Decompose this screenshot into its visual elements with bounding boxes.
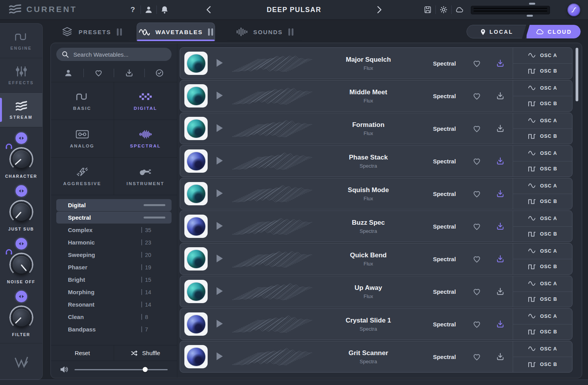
play-preview-button[interactable] <box>217 59 225 68</box>
favorite-button[interactable] <box>465 59 488 68</box>
left-right-arrows-button[interactable] <box>14 237 28 251</box>
macro-slider[interactable] <box>471 3 549 17</box>
cloud-sync-button[interactable] <box>452 0 467 19</box>
category-button-digital[interactable]: DIGITAL <box>114 82 177 120</box>
download-button[interactable] <box>488 352 513 361</box>
download-button[interactable] <box>488 320 513 328</box>
assign-osc-a-button[interactable]: OSC A <box>513 341 572 357</box>
tag-filter-spectral[interactable]: Spectral <box>56 212 172 224</box>
assign-osc-b-button[interactable]: OSC B <box>513 259 572 275</box>
next-preset-button[interactable] <box>373 3 386 16</box>
play-preview-button[interactable] <box>217 255 225 263</box>
sidebar-item-effects[interactable]: EFFECTS <box>0 58 42 93</box>
assign-osc-b-button[interactable]: OSC B <box>513 161 572 177</box>
favorite-button[interactable] <box>465 255 488 263</box>
pause-bars-icon[interactable] <box>117 28 122 36</box>
play-preview-button[interactable] <box>217 320 225 328</box>
download-button[interactable] <box>488 222 513 231</box>
assign-osc-b-button[interactable]: OSC B <box>513 63 572 79</box>
previous-preset-button[interactable] <box>202 3 215 16</box>
sidebar-item-stream[interactable]: STREAM <box>0 93 42 127</box>
pause-bars-icon[interactable] <box>288 28 293 36</box>
download-button[interactable] <box>488 255 513 263</box>
save-button[interactable] <box>420 0 435 19</box>
assign-osc-a-button[interactable]: OSC A <box>513 146 572 161</box>
play-preview-button[interactable] <box>217 92 225 100</box>
left-right-arrows-button[interactable] <box>14 131 28 145</box>
tag-filter-phaser[interactable]: Phaser 19 <box>56 261 172 273</box>
category-button-analog[interactable]: ANALOG <box>51 120 114 158</box>
tag-filter-bright[interactable]: Bright 15 <box>56 274 172 286</box>
macro-slider-bottom-handle[interactable] <box>527 15 533 17</box>
favorite-button[interactable] <box>465 190 488 198</box>
assign-osc-b-button[interactable]: OSC B <box>513 96 572 112</box>
favorite-button[interactable] <box>465 157 488 165</box>
favorite-button[interactable] <box>465 222 488 231</box>
download-button[interactable] <box>488 92 513 100</box>
play-preview-button[interactable] <box>217 287 225 296</box>
wavetable-row[interactable]: Squish Mode Flux Spectral OSC A OSC B <box>180 178 572 210</box>
assign-osc-a-button[interactable]: OSC A <box>513 113 572 128</box>
wavetable-row[interactable]: Up Away Flux Spectral OSC A OSC B <box>180 276 572 307</box>
sidebar-item-engine[interactable]: ENGINE <box>0 24 42 58</box>
character-knob[interactable] <box>9 147 33 171</box>
just-sub-knob[interactable] <box>9 200 33 224</box>
tag-filter-digital[interactable]: Digital <box>56 199 172 211</box>
download-button[interactable] <box>488 287 513 296</box>
filter-installed-button[interactable] <box>145 64 175 82</box>
category-button-instrument[interactable]: INSTRUMENT <box>114 158 177 195</box>
noise-knob[interactable] <box>9 253 33 277</box>
filter-knob[interactable] <box>9 305 33 330</box>
reset-button[interactable]: Reset <box>51 345 114 361</box>
play-preview-button[interactable] <box>217 189 225 198</box>
favorite-button[interactable] <box>465 320 488 328</box>
tab-sounds[interactable]: SOUNDS <box>227 23 302 41</box>
assign-osc-b-button[interactable]: OSC B <box>513 194 572 210</box>
wavetable-row[interactable]: Middle Meet Flux Spectral OSC A OSC B <box>180 80 572 112</box>
tag-filter-complex[interactable]: Complex 35 <box>56 224 172 236</box>
download-button[interactable] <box>488 157 513 165</box>
scrollbar-thumb[interactable] <box>576 48 578 101</box>
lfo-curve-button[interactable] <box>567 3 580 16</box>
tab-presets[interactable]: PRESETS <box>54 23 129 41</box>
tag-filter-bandpass[interactable]: Bandpass 7 <box>56 323 172 335</box>
assign-osc-a-button[interactable]: OSC A <box>513 48 572 63</box>
volume-slider-handle[interactable] <box>143 367 148 372</box>
cloud-button[interactable]: CLOUD <box>527 25 581 38</box>
wavetable-row[interactable]: Crystal Slide 1 Spectra Spectral OSC A O… <box>180 308 572 340</box>
assign-osc-a-button[interactable]: OSC A <box>513 80 572 96</box>
macro-slider-top-handle[interactable] <box>529 3 535 5</box>
assign-osc-b-button[interactable]: OSC B <box>513 291 572 307</box>
play-preview-button[interactable] <box>217 124 225 133</box>
wavetable-row[interactable]: Grit Scanner Spectra Spectral OSC A OSC … <box>180 341 572 373</box>
play-preview-button[interactable] <box>217 222 225 231</box>
filter-my-items-button[interactable] <box>53 64 83 82</box>
category-button-aggressive[interactable]: AGGRESSIVE <box>51 158 114 195</box>
search-input[interactable] <box>73 51 166 58</box>
tag-filter-sweeping[interactable]: Sweeping 20 <box>56 249 172 261</box>
pause-bars-icon[interactable] <box>208 28 213 36</box>
volume-slider[interactable] <box>75 369 168 370</box>
assign-osc-a-button[interactable]: OSC A <box>513 243 572 259</box>
account-button[interactable] <box>141 0 156 19</box>
shuffle-button[interactable]: Shuffle <box>114 345 177 361</box>
play-preview-button[interactable] <box>217 352 225 361</box>
favorite-button[interactable] <box>465 353 488 361</box>
wavetable-row[interactable]: Quick Bend Flux Spectral OSC A OSC B <box>180 243 572 275</box>
download-button[interactable] <box>488 59 513 68</box>
settings-button[interactable] <box>436 0 451 19</box>
tab-wavetables[interactable]: WAVETABLES <box>137 23 215 41</box>
assign-osc-a-button[interactable]: OSC A <box>513 309 572 324</box>
favorite-button[interactable] <box>465 92 488 100</box>
assign-osc-b-button[interactable]: OSC B <box>513 357 572 373</box>
filter-favorites-button[interactable] <box>84 64 114 82</box>
tag-filter-harmonic[interactable]: Harmonic 23 <box>56 236 172 248</box>
wavetable-row[interactable]: Buzz Spec Spectra Spectral OSC A OSC B <box>180 210 572 242</box>
left-right-arrows-button[interactable] <box>14 290 28 303</box>
assign-osc-a-button[interactable]: OSC A <box>513 276 572 291</box>
category-button-basic[interactable]: BASIC <box>51 82 114 120</box>
help-button[interactable]: ? <box>125 0 140 19</box>
local-button[interactable]: LOCAL <box>467 25 527 38</box>
favorite-button[interactable] <box>465 288 488 296</box>
assign-osc-b-button[interactable]: OSC B <box>513 324 572 340</box>
